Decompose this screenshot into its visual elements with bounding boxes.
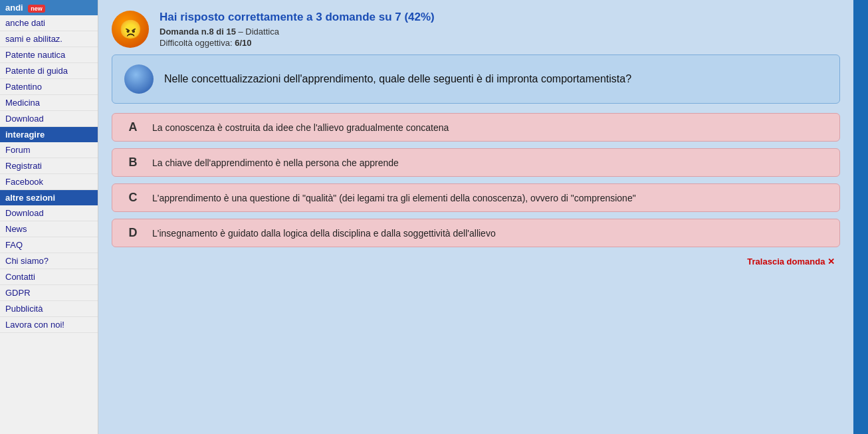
sidebar-item-forum[interactable]: Forum [0, 142, 98, 158]
sidebar-item-contatti[interactable]: Contatti [0, 269, 98, 285]
answer-option-a[interactable]: A La conoscenza è costruita da idee che … [112, 113, 840, 142]
sidebar-item-chi-siamo[interactable]: Chi siamo? [0, 253, 98, 269]
sidebar-header-interagire: interagire [0, 127, 98, 142]
score-bar: 😠 Hai risposto correttamente a 3 domande… [112, 11, 840, 48]
sidebar-item-patente-nautica[interactable]: Patente nautica [0, 47, 98, 63]
subject-label: Didattica [245, 27, 279, 37]
answer-letter-c: C [123, 191, 143, 205]
sidebar-header-altre: altre sezioni [0, 190, 98, 205]
answer-option-c[interactable]: C L'apprendimento è una questione di "qu… [112, 183, 840, 212]
sidebar-header-label: andi [5, 3, 23, 13]
sidebar-item-patente-guida[interactable]: Patente di guida [0, 63, 98, 79]
sidebar-item-patentino[interactable]: Patentino [0, 79, 98, 95]
answer-option-b[interactable]: B La chiave dell'apprendimento è nella p… [112, 148, 840, 177]
sidebar-header-andi: andi new [0, 0, 98, 15]
sidebar-interagire-label: interagire [5, 130, 45, 140]
sidebar-item-medicina[interactable]: Medicina [0, 95, 98, 111]
question-meta: Domanda n.8 di 15 – Didattica [160, 27, 435, 37]
sidebar: andi new anche dati sami e abilitaz. Pat… [0, 0, 98, 434]
difficulty-value: 6/10 [235, 38, 251, 48]
main-content: 😠 Hai risposto correttamente a 3 domande… [98, 0, 853, 434]
skip-button[interactable]: Tralascia domanda ✕ [742, 254, 840, 269]
answer-letter-d: D [123, 226, 143, 240]
answer-letter-a: A [123, 120, 143, 134]
answer-text-c: L'apprendimento è una questione di "qual… [152, 193, 636, 203]
score-title: Hai risposto correttamente a 3 domande s… [160, 11, 435, 24]
sidebar-item-download-top[interactable]: Download [0, 111, 98, 127]
question-text: Nelle concettualizzazioni dell'apprendim… [164, 73, 631, 85]
sidebar-item-sami[interactable]: sami e abilitaz. [0, 31, 98, 47]
answer-text-a: La conoscenza è costruita da idee che l'… [152, 122, 449, 133]
answer-text-d: L'insegnamento è guidato dalla logica de… [152, 228, 496, 239]
sidebar-item-news[interactable]: News [0, 221, 98, 237]
sidebar-altre-label: altre sezioni [5, 193, 55, 203]
question-number: Domanda n.8 di 15 [160, 27, 236, 37]
answer-letter-b: B [123, 156, 143, 169]
subject-separator: – [239, 27, 246, 37]
difficulty-label: Difficoltà oggettiva: [160, 38, 233, 48]
sidebar-item-pubblicita[interactable]: Pubblicità [0, 301, 98, 317]
sidebar-item-registrati[interactable]: Registrati [0, 158, 98, 174]
answer-text-b: La chiave dell'apprendimento è nella per… [152, 158, 399, 168]
question-icon [124, 64, 154, 94]
avatar: 😠 [112, 11, 149, 48]
answer-option-d[interactable]: D L'insegnamento è guidato dalla logica … [112, 219, 840, 247]
sidebar-item-anche-dati[interactable]: anche dati [0, 15, 98, 31]
skip-row: Tralascia domanda ✕ [112, 254, 840, 269]
sidebar-item-gdpr[interactable]: GDPR [0, 285, 98, 301]
sidebar-new-badge: new [28, 5, 45, 13]
score-text: Hai risposto correttamente a 3 domande s… [160, 11, 435, 48]
sidebar-item-faq[interactable]: FAQ [0, 237, 98, 253]
right-edge [853, 0, 868, 434]
sidebar-item-lavora[interactable]: Lavora con noi! [0, 317, 98, 333]
sidebar-item-download[interactable]: Download [0, 205, 98, 221]
sidebar-item-facebook[interactable]: Facebook [0, 174, 98, 190]
score-title-text: Hai risposto correttamente a 3 domande s… [160, 11, 435, 23]
question-box: Nelle concettualizzazioni dell'apprendim… [112, 54, 840, 104]
difficulty-row: Difficoltà oggettiva: 6/10 [160, 38, 435, 48]
